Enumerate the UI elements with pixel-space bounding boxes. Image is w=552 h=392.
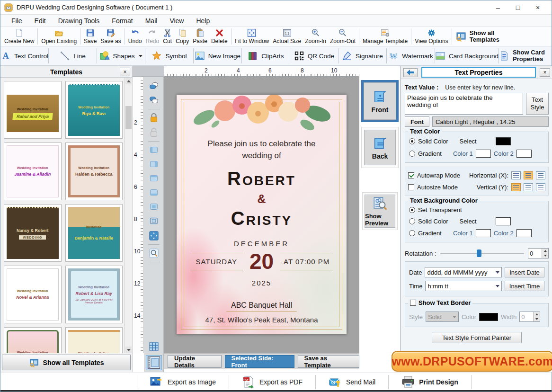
redo-button[interactable]: Redo <box>143 28 161 45</box>
show-text-border-checkbox[interactable] <box>410 300 416 306</box>
rotation-value-input[interactable] <box>528 249 542 258</box>
show-card-properties-button[interactable]: Show Card Properties <box>499 46 552 65</box>
new-image-button[interactable]: New Image <box>194 46 241 65</box>
bring-to-front-button[interactable] <box>147 80 160 92</box>
show-all-templates-toolbar-button[interactable]: Show all Templates <box>454 29 507 44</box>
halign-right-button[interactable] <box>536 171 545 179</box>
template-thumbnail-1[interactable]: Wedding InvitationRahul and Priya <box>4 81 62 139</box>
text-value-input[interactable]: Please join us to celebrate the wedding … <box>405 93 523 115</box>
maximize-button[interactable]: □ <box>508 1 528 14</box>
valign-top-button[interactable] <box>511 183 521 191</box>
zoom-out-button[interactable]: Zoom-Out <box>328 28 357 45</box>
text-style-button[interactable]: Text Style <box>526 93 549 115</box>
back-arrow-button[interactable] <box>403 68 418 77</box>
scroll-thumb[interactable] <box>125 106 132 129</box>
bg-gradient-color1-swatch[interactable] <box>476 229 491 237</box>
create-new-button[interactable]: Create New <box>2 28 36 45</box>
valign-bottom-button[interactable] <box>536 183 545 191</box>
bg-gradient-color2-swatch[interactable] <box>516 229 532 237</box>
text-style-format-painter-button[interactable]: Text Style Format Painter <box>432 332 522 343</box>
autosize-checkbox[interactable] <box>408 184 414 190</box>
card-year[interactable]: 2025 <box>177 279 347 287</box>
template-thumbnail-6[interactable]: InvitationBenjamin & Natalie <box>65 204 123 262</box>
save-as-template-button[interactable]: Save as Template <box>298 355 359 368</box>
fit-to-window-button[interactable]: Fit to Window <box>233 28 271 45</box>
align-middle-button[interactable] <box>147 201 160 213</box>
set-transparent-radio[interactable] <box>409 207 415 213</box>
template-thumbnail-4[interactable]: Wedding InvitationHalden & Rebecca <box>65 143 123 200</box>
delete-button[interactable]: Delete <box>209 28 230 45</box>
gradient-color1-swatch[interactable] <box>476 150 491 158</box>
symbol-button[interactable]: Symbol <box>145 46 193 65</box>
save-button[interactable]: Save <box>82 28 98 45</box>
align-left-button[interactable] <box>147 144 160 156</box>
menu-mail[interactable]: Mail <box>139 15 164 27</box>
halign-left-button[interactable] <box>511 171 521 179</box>
send-mail-button[interactable]: Send Mail <box>316 375 388 389</box>
menu-view[interactable]: View <box>163 15 190 27</box>
insert-time-button[interactable]: Insert Time <box>505 281 544 291</box>
valign-middle-button[interactable] <box>524 183 533 191</box>
line-button[interactable]: Line <box>49 46 97 65</box>
text-color-swatch[interactable] <box>496 137 511 145</box>
design-canvas[interactable]: Please join us to celebrate thewedding o… <box>164 77 359 353</box>
print-design-button[interactable]: Print Design <box>389 375 471 389</box>
template-thumbnail-2[interactable]: Wedding InvitationRiya & Ravi <box>65 81 123 139</box>
lock-button[interactable] <box>147 112 160 124</box>
menu-file[interactable]: File <box>5 15 28 27</box>
card-groom-name[interactable]: Robert <box>177 168 347 189</box>
template-thumbnail-8[interactable]: Wedding InvitationRobert & Lisa Ray10, J… <box>65 266 123 323</box>
card-ampersand[interactable]: & <box>177 192 347 206</box>
zoom-area-button[interactable] <box>147 248 160 259</box>
scroll-down-arrow[interactable] <box>125 347 132 353</box>
template-thumbnail-7[interactable]: Wedding InvitationNovel & Arianna <box>4 266 62 323</box>
gradient-color2-swatch[interactable] <box>516 150 532 158</box>
paste-button[interactable]: Paste <box>191 28 209 45</box>
unlock-button[interactable] <box>147 126 160 138</box>
show-preview-button[interactable]: Show Preview <box>362 192 398 230</box>
cut-button[interactable]: Cut <box>161 28 174 45</box>
card-intro-text[interactable]: Please join us to celebrate thewedding o… <box>177 138 347 161</box>
export-as-pdf-button[interactable]: PDF Export as PDF <box>229 375 315 389</box>
properties-close-button[interactable]: × <box>540 68 550 77</box>
insert-date-button[interactable]: Insert Date <box>505 267 544 277</box>
bg-color-swatch[interactable] <box>496 217 511 225</box>
time-format-select[interactable]: h:mm tt <box>425 281 502 291</box>
template-thumbnail-10[interactable]: Wedding InvitationRussell Mack <box>65 327 123 353</box>
scroll-up-arrow[interactable] <box>125 78 132 84</box>
canvas-settings-button[interactable] <box>146 355 162 370</box>
template-thumbnail-3[interactable]: Wedding InvitationJasmine & Alladin <box>4 143 62 200</box>
align-center-button[interactable] <box>147 215 160 227</box>
open-existing-button[interactable]: Open Existing <box>39 28 79 45</box>
view-options-button[interactable]: View Options <box>413 28 450 45</box>
copy-button[interactable]: Copy <box>174 28 191 45</box>
selected-side-button[interactable]: Selected Side: Front <box>225 355 294 368</box>
align-top-button[interactable] <box>147 173 160 184</box>
save-as-button[interactable]: Save as <box>98 28 123 45</box>
align-bottom-button[interactable] <box>147 187 160 198</box>
date-format-select[interactable]: dddd, dd MMMM yyyy <box>425 267 502 277</box>
center-object-button[interactable] <box>147 230 160 241</box>
update-details-button[interactable]: Update Details <box>168 355 222 368</box>
wedding-card[interactable]: Please join us to celebrate thewedding o… <box>177 95 347 334</box>
card-bride-name[interactable]: Cristy <box>177 208 347 229</box>
menu-help[interactable]: Help <box>190 15 216 27</box>
export-as-image-button[interactable]: Export as Image <box>137 375 229 389</box>
card-month[interactable]: DECEMBER <box>177 240 347 248</box>
send-to-back-button[interactable] <box>147 95 160 106</box>
show-all-templates-button[interactable]: Show all Templates <box>2 355 131 370</box>
zoom-in-button[interactable]: Zoom-In <box>303 28 328 45</box>
signature-button[interactable]: Signature <box>338 46 386 65</box>
qr-code-button[interactable]: QR Code <box>290 46 338 65</box>
templates-scrollbar[interactable] <box>125 78 132 353</box>
autowrap-checkbox[interactable] <box>408 172 414 178</box>
card-address[interactable]: 47, St. Willoo's Peak East, Montana <box>177 316 347 324</box>
rotation-slider[interactable] <box>439 249 525 258</box>
bg-gradient-radio[interactable] <box>409 230 415 236</box>
back-side-button[interactable]: Back <box>361 127 399 168</box>
actual-size-button[interactable]: 1:1 Actual Size <box>271 28 303 45</box>
template-thumbnail-5[interactable]: Nancy & RobertWEDDING <box>4 204 62 262</box>
bg-solid-color-radio[interactable] <box>409 218 415 224</box>
front-side-button[interactable]: Front <box>361 80 399 122</box>
text-control-button[interactable]: A Text Control <box>0 46 48 65</box>
